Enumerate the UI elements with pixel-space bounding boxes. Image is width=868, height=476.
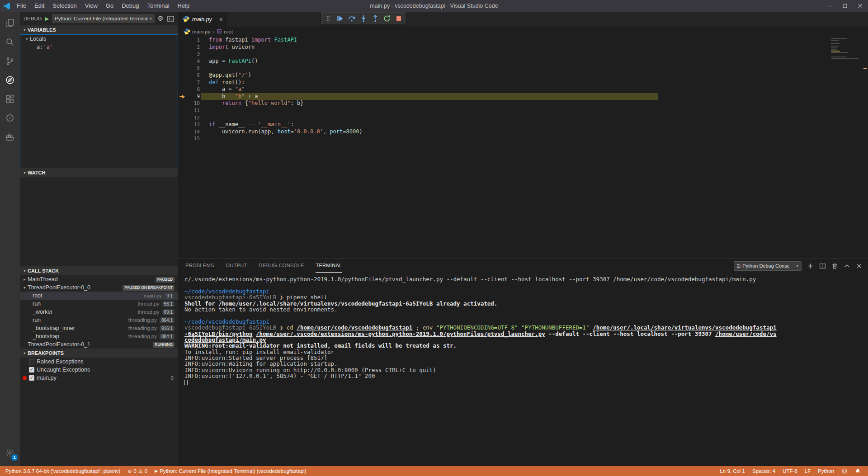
editor-tab-main-py[interactable]: main.py × (178, 12, 227, 27)
code-line[interactable]: 11 (178, 107, 868, 114)
circle-extension-icon[interactable] (0, 108, 20, 127)
code-line[interactable]: 14 uvicorn.run(app, host='0.0.0.0', port… (178, 128, 868, 136)
call-stack-thread-row[interactable]: ▾ThreadPoolExecutor-0_0PAUSED ON BREAKPO… (20, 283, 178, 292)
debug-console-icon[interactable] (167, 15, 175, 23)
panel-tab-output[interactable]: OUTPUT (226, 259, 247, 273)
status-eol[interactable]: LF (801, 466, 814, 476)
code-line[interactable]: 13if __name__ == '__main__': (178, 121, 868, 128)
variables-scope-row[interactable]: ▾ Locals (20, 35, 178, 43)
status-indentation[interactable]: Spaces: 4 (749, 466, 779, 476)
code-line[interactable]: 2import uvicorn (178, 44, 868, 51)
status-interpreter[interactable]: Python 3.6.7 64-bit ('vscodedebugfastapi… (2, 466, 124, 476)
new-terminal-icon[interactable] (807, 263, 814, 269)
breakpoint-gutter[interactable] (178, 93, 186, 100)
panel-tab-debug-console[interactable]: DEBUG CONSOLE (259, 259, 304, 273)
restart-button[interactable] (382, 13, 392, 24)
call-stack-thread-row[interactable]: ThreadPoolExecutor-0_1RUNNING (20, 340, 178, 349)
debug-settings-gear-icon[interactable]: ⚙ (158, 14, 164, 23)
status-debug-status[interactable]: ▶Python: Current File (Integrated Termin… (151, 466, 310, 476)
terminal-output[interactable]: r/.vscode/extensions/ms-python.python-20… (178, 273, 868, 466)
code-line[interactable]: 12 (178, 114, 868, 122)
status-encoding[interactable]: UTF-8 (779, 466, 801, 476)
code-line[interactable]: 4app = FastAPI() (178, 58, 868, 65)
call-stack-frame-row[interactable]: runthread.py56:1 (20, 300, 178, 308)
step-over-button[interactable] (346, 13, 357, 24)
watch-section-header[interactable]: ▾ WATCH (20, 168, 178, 177)
code-line[interactable]: 10 return {"hello world": b} (178, 100, 868, 107)
breakpoint-gutter[interactable] (178, 107, 186, 114)
terminal-picker-dropdown[interactable]: 2: Python Debug Consc ▾ (734, 261, 802, 271)
breakpoint-checkbox[interactable]: ✓ (29, 367, 34, 372)
menu-view[interactable]: View (81, 0, 102, 12)
maximize-panel-icon[interactable] (844, 263, 850, 269)
settings-gear-icon[interactable]: 1 (0, 443, 20, 462)
breakpoint-gutter[interactable] (178, 135, 186, 142)
code-line[interactable]: 9 b = "b" + a (178, 93, 868, 100)
search-icon[interactable] (0, 33, 20, 52)
debug-icon[interactable] (0, 71, 20, 90)
breakpoint-gutter[interactable] (178, 58, 186, 65)
code-line[interactable]: 15 (178, 135, 868, 142)
minimize-icon[interactable] (822, 0, 837, 12)
breakpoint-gutter[interactable] (178, 86, 186, 93)
menu-debug[interactable]: Debug (118, 0, 143, 12)
call-stack-frame-row[interactable]: _bootstrap_innerthreading.py916:1 (20, 324, 178, 332)
continue-button[interactable] (335, 13, 345, 24)
breakpoint-gutter[interactable] (178, 72, 186, 79)
tab-close-icon[interactable]: × (219, 16, 223, 23)
breakpoint-gutter[interactable] (178, 128, 186, 136)
breakpoint-gutter[interactable] (178, 65, 186, 72)
breakpoint-checkbox[interactable] (29, 359, 34, 364)
status-language[interactable]: Python (814, 466, 838, 476)
call-stack-frame-row[interactable]: _bootstrapthreading.py884:1 (20, 332, 178, 340)
variable-row[interactable]: a: 'a' (20, 43, 178, 51)
stop-button[interactable] (393, 13, 404, 24)
breakpoint-gutter[interactable] (178, 37, 186, 44)
step-into-button[interactable] (358, 13, 368, 24)
source-control-icon[interactable] (0, 52, 20, 71)
panel-tab-problems[interactable]: PROBLEMS (185, 259, 214, 273)
minimap[interactable] (830, 38, 862, 61)
code-line[interactable]: 7def root(): (178, 79, 868, 86)
panel-tab-terminal[interactable]: TERMINAL (316, 259, 342, 273)
variables-section-header[interactable]: ▾ VARIABLES (20, 25, 178, 34)
breadcrumb-item[interactable]: main.py (184, 28, 210, 36)
breakpoint-checkbox[interactable]: ✓ (29, 375, 34, 381)
code-line[interactable]: 5 (178, 65, 868, 72)
call-stack-frame-row[interactable]: runthreading.py864:1 (20, 316, 178, 324)
call-stack-frame-row[interactable]: _workerthread.py69:1 (20, 308, 178, 316)
start-debugging-button[interactable]: ▶ (45, 16, 49, 22)
call-stack-section-header[interactable]: ▾ CALL STACK (20, 266, 178, 275)
kill-terminal-icon[interactable] (831, 263, 838, 269)
close-window-icon[interactable] (853, 0, 868, 12)
breakpoints-section-header[interactable]: ▾ BREAKPOINTS (20, 349, 178, 358)
menu-terminal[interactable]: Terminal (143, 0, 173, 12)
drag-handle[interactable] (323, 13, 333, 24)
explorer-icon[interactable] (0, 14, 20, 33)
split-terminal-icon[interactable] (819, 263, 826, 269)
status-notifications[interactable] (851, 466, 864, 476)
step-out-button[interactable] (370, 13, 380, 24)
close-panel-icon[interactable] (856, 263, 863, 269)
menu-edit[interactable]: Edit (30, 0, 48, 12)
docker-icon[interactable] (0, 127, 20, 146)
status-problems[interactable]: ⊘0⚠0 (124, 466, 151, 476)
code-line[interactable]: 3 (178, 51, 868, 58)
code-line[interactable]: 1from fastapi import FastAPI (178, 37, 868, 44)
breakpoint-row[interactable]: ✓Uncaught Exceptions (20, 366, 178, 374)
call-stack-frame-row[interactable]: rootmain.py9:1 (20, 292, 178, 300)
debug-configuration-dropdown[interactable]: Python: Current File (Integrated Termina… (52, 14, 154, 23)
breakpoint-gutter[interactable] (178, 114, 186, 122)
status-feedback[interactable] (838, 466, 851, 476)
breadcrumb-item[interactable]: root (217, 28, 233, 35)
breakpoint-gutter[interactable] (178, 100, 186, 107)
breakpoint-row[interactable]: ✓main.py9 (20, 374, 178, 382)
breakpoint-gutter[interactable] (178, 51, 186, 58)
menu-help[interactable]: Help (174, 0, 194, 12)
code-editor[interactable]: 1from fastapi import FastAPI2import uvic… (178, 36, 868, 259)
menu-go[interactable]: Go (102, 0, 118, 12)
breakpoint-gutter[interactable] (178, 121, 186, 128)
menu-file[interactable]: File (13, 0, 30, 12)
menu-selection[interactable]: Selection (48, 0, 80, 12)
breakpoint-row[interactable]: Raised Exceptions (20, 358, 178, 366)
